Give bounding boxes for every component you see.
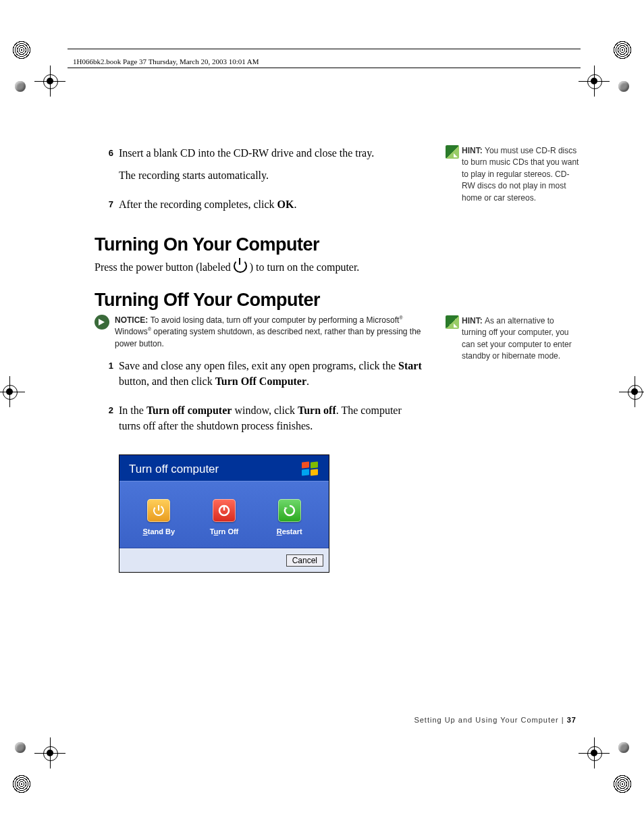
text: To avoid losing data, turn off your comp…: [151, 315, 400, 325]
hint-label: HINT:: [462, 146, 485, 155]
step-7: 7 After the recording completes, click O…: [95, 197, 425, 219]
turnoff-option[interactable]: Turn Off: [197, 499, 251, 536]
heading-turning-off: Turning Off Your Computer: [95, 290, 425, 311]
crop-dot: [15, 742, 26, 753]
turn-off-dialog: Turn off computer Stand By Turn Off: [119, 454, 329, 573]
hint-label: HINT:: [462, 316, 485, 325]
crop-target: [12, 41, 31, 59]
registration-mark: [0, 378, 23, 405]
step-text: Insert a blank CD into the CD-RW drive a…: [119, 145, 425, 161]
turn-off-computer-label: Turn Off Computer: [215, 375, 306, 387]
hint-block: HINT: As an alternative to turning off y…: [446, 315, 581, 363]
step-1-off: 1 Save and close any open files, exit an…: [95, 358, 425, 396]
dialog-body: Stand By Turn Off Restart: [119, 481, 329, 548]
text: ) to turn on the computer.: [247, 261, 360, 273]
start-label: Start: [398, 360, 422, 371]
cancel-button[interactable]: Cancel: [286, 554, 323, 567]
ok-label: OK: [277, 199, 294, 210]
turnoff-label: Turn Off: [210, 527, 239, 536]
dialog-title-text: Turn off computer: [129, 463, 219, 476]
notice-block: NOTICE: To avoid losing data, turn off y…: [95, 315, 425, 350]
step-2-off: 2 In the Turn off computer window, click…: [95, 402, 425, 440]
turnoff-icon: [213, 499, 236, 522]
step-number: 6: [95, 145, 119, 190]
hint-icon: [446, 145, 462, 204]
page-number: 37: [567, 716, 576, 724]
text: window, click: [232, 405, 298, 416]
registration-mark: [36, 68, 63, 95]
restart-icon: [278, 499, 301, 522]
header-rule: [68, 68, 581, 68]
page-footer: Setting Up and Using Your Computer | 37: [414, 716, 576, 724]
header-rule: [68, 49, 581, 49]
registration-mark: [581, 68, 608, 95]
crop-target: [613, 41, 632, 59]
crop-dot: [618, 81, 629, 92]
text: Press the power button (labeled: [95, 261, 234, 273]
turn-off-label: Turn off: [298, 405, 336, 416]
power-icon: [234, 259, 247, 273]
hint-body: HINT: As an alternative to turning off y…: [462, 315, 581, 363]
text: operating system shutdown, as described …: [115, 327, 421, 348]
step-text: Save and close any open files, exit any …: [119, 358, 425, 389]
running-header: 1H066bk2.book Page 37 Thursday, March 20…: [73, 57, 259, 66]
step-number: 1: [95, 358, 119, 396]
notice-label: NOTICE:: [115, 315, 151, 325]
registration-mark: [36, 739, 63, 766]
standby-icon: [147, 499, 170, 522]
notice-body: NOTICE: To avoid losing data, turn off y…: [115, 315, 425, 350]
step-text: In the Turn off computer window, click T…: [119, 402, 425, 434]
notice-icon: [95, 315, 115, 350]
registered-mark: ®: [399, 315, 402, 321]
restart-option[interactable]: Restart: [263, 499, 317, 536]
turning-on-text: Press the power button (labeled ) to tur…: [95, 259, 425, 275]
crop-dot: [618, 742, 629, 753]
hint-icon: [446, 315, 462, 363]
dialog-footer: Cancel: [119, 548, 329, 572]
crop-target: [613, 775, 632, 793]
text: Windows: [115, 327, 148, 336]
step-number: 7: [95, 197, 119, 219]
text: .: [294, 199, 296, 210]
standby-label: Stand By: [142, 527, 175, 536]
text: In the: [119, 405, 146, 416]
sidebar-column: HINT: You must use CD-R discs to burn mu…: [446, 145, 581, 396]
dialog-titlebar: Turn off computer: [119, 455, 329, 481]
footer-section: Setting Up and Using Your Computer: [414, 716, 558, 724]
step-text: After the recording completes, click OK.: [119, 197, 425, 212]
registration-mark: [621, 378, 644, 405]
crop-dot: [15, 81, 26, 92]
window-name: Turn off computer: [146, 405, 232, 416]
step-number: 2: [95, 402, 119, 440]
text: button, and then click: [119, 375, 215, 387]
standby-option[interactable]: Stand By: [132, 499, 186, 536]
crop-target: [12, 775, 31, 793]
registration-mark: [581, 739, 608, 766]
hint-body: HINT: You must use CD-R discs to burn mu…: [462, 145, 581, 204]
hint-block: HINT: You must use CD-R discs to burn mu…: [446, 145, 581, 204]
footer-sep: |: [559, 716, 567, 724]
restart-label: Restart: [277, 527, 302, 536]
windows-flag-icon: [302, 462, 319, 477]
step-text: The recording starts automatically.: [119, 167, 425, 183]
step-6: 6 Insert a blank CD into the CD-RW drive…: [95, 145, 425, 190]
text: .: [306, 375, 309, 387]
text: After the recording completes, click: [119, 199, 277, 210]
text: Save and close any open files, exit any …: [119, 360, 398, 371]
heading-turning-on: Turning On Your Computer: [95, 234, 425, 255]
main-column: 6 Insert a blank CD into the CD-RW drive…: [95, 145, 425, 573]
